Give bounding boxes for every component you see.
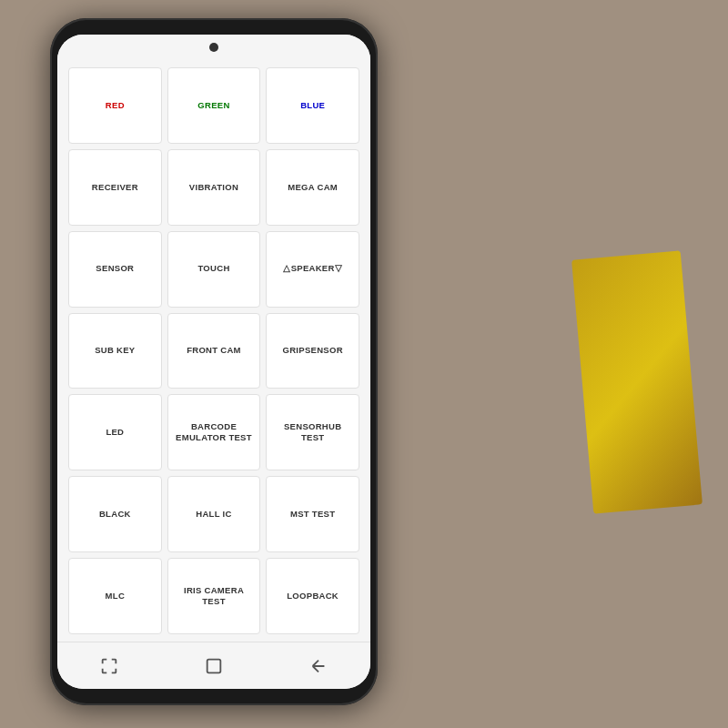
- phone-screen: REDGREENBLUERECEIVERVIBRATIONMEGA CAMSEN…: [57, 35, 370, 689]
- phone-device: REDGREENBLUERECEIVERVIBRATIONMEGA CAMSEN…: [50, 18, 378, 705]
- grid-cell-gripsensor[interactable]: GRIPSENSOR: [266, 313, 359, 389]
- grid-cell-touch[interactable]: TOUCH: [167, 231, 261, 308]
- grid-cell-front-cam[interactable]: FRONT CAM: [167, 313, 261, 389]
- grid-cell-red[interactable]: RED: [68, 67, 162, 144]
- grid-cell-green[interactable]: GREEN: [167, 67, 261, 144]
- home-button[interactable]: [196, 648, 232, 684]
- grid-cell-mega-cam[interactable]: MEGA CAM: [266, 149, 359, 226]
- test-grid: REDGREENBLUERECEIVERVIBRATIONMEGA CAMSEN…: [57, 60, 370, 642]
- front-camera-dot: [209, 43, 218, 52]
- navigation-bar: [57, 642, 370, 689]
- grid-cell-sensorhub-test[interactable]: SENSORHUB TEST: [266, 394, 359, 470]
- grid-cell-barcode-emulator-test[interactable]: BARCODE EMULATOR TEST: [167, 394, 261, 470]
- grid-cell-receiver[interactable]: RECEIVER: [68, 149, 162, 226]
- back-button[interactable]: [300, 648, 337, 684]
- grid-cell-iris-camera-test[interactable]: IRIS CAMERA TEST: [167, 558, 261, 634]
- scene: REDGREENBLUERECEIVERVIBRATIONMEGA CAMSEN…: [0, 0, 728, 728]
- grid-cell-sub-key[interactable]: SUB KEY: [68, 313, 162, 389]
- status-bar: [57, 35, 370, 60]
- grid-cell-mst-test[interactable]: MST TEST: [266, 476, 359, 552]
- grid-cell-sensor[interactable]: SENSOR: [68, 231, 162, 308]
- grid-cell-loopback[interactable]: LOOPBACK: [266, 558, 359, 634]
- flex-cable: [571, 250, 703, 513]
- recent-apps-button[interactable]: [91, 648, 127, 684]
- grid-cell-black[interactable]: BLACK: [68, 476, 162, 552]
- grid-cell-mlc[interactable]: MLC: [68, 558, 162, 634]
- grid-cell-blue[interactable]: BLUE: [266, 67, 359, 144]
- grid-cell-led[interactable]: LED: [68, 394, 162, 470]
- grid-cell-vibration[interactable]: VIBRATION: [167, 149, 261, 226]
- grid-cell-speaker[interactable]: △SPEAKER▽: [266, 231, 359, 308]
- svg-rect-0: [207, 659, 221, 672]
- grid-cell-hall-ic[interactable]: HALL IC: [167, 476, 261, 552]
